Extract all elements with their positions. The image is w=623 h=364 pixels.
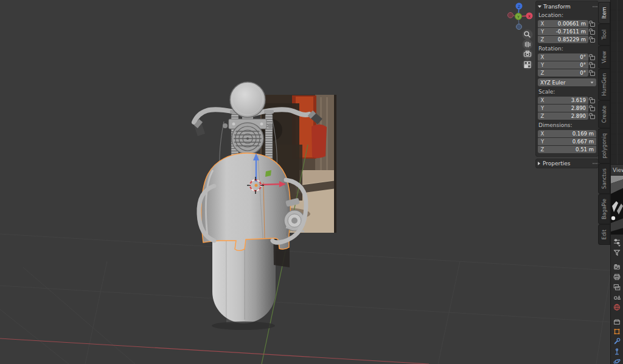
zoom-button[interactable]	[523, 30, 533, 40]
right-editor-column: View	[610, 0, 623, 364]
location-x-row: X 0.00661 m	[538, 20, 596, 27]
scale-y-field[interactable]: Y 2.890	[538, 105, 588, 112]
chevron-down-icon	[591, 81, 594, 83]
scene-properties-tab[interactable]	[613, 293, 621, 301]
constraint-properties-tab[interactable]	[613, 348, 621, 355]
tab-polygoniq[interactable]: polygoniq	[599, 129, 610, 163]
scale-y-row: Y 2.890	[538, 105, 596, 112]
rotation-mode-dropdown[interactable]: XYZ Euler	[538, 78, 596, 86]
dimensions-label: Dimensions:	[538, 122, 596, 128]
front-fender-selected[interactable]	[201, 153, 291, 250]
collapse-icon	[538, 5, 541, 8]
tab-sanctus[interactable]: Sanctus	[599, 164, 610, 193]
tab-item[interactable]: Item	[599, 2, 610, 23]
viewport-canvas[interactable]: Y Z X	[0, 0, 610, 364]
dimensions-fields: X 0.169 m Y 0.667 m Z 0.51 m	[538, 129, 596, 153]
transform-panel-header[interactable]: Transform	[538, 3, 596, 10]
scale-z-field[interactable]: Z 2.890	[538, 112, 588, 120]
location-label: Location:	[538, 12, 596, 18]
location-y-field[interactable]: Y -0.71611 m	[538, 28, 588, 35]
scale-x-field[interactable]: X 3.619	[538, 97, 588, 104]
location-z-field[interactable]: Z 0.85229 m	[538, 36, 588, 43]
filter-icon[interactable]	[613, 249, 621, 256]
nav-minus-x-ball[interactable]	[508, 13, 513, 18]
right-editor-empty-region	[611, 0, 623, 164]
right-grip-ring	[310, 113, 313, 116]
location-z-lock[interactable]	[588, 37, 596, 43]
location-x-lock[interactable]	[588, 21, 596, 27]
rotation-z-lock[interactable]	[588, 70, 596, 76]
dimensions-z-field[interactable]: Z 0.51 m	[538, 146, 596, 153]
unlock-icon	[590, 64, 595, 68]
editor-type-dropdown[interactable]	[613, 238, 621, 246]
location-y-lock[interactable]	[588, 29, 596, 35]
object-properties-tab[interactable]	[613, 328, 621, 335]
image-editor-photo	[611, 176, 623, 235]
indicator	[268, 123, 273, 128]
nav-z-label: Z	[518, 4, 520, 9]
unlock-icon	[590, 22, 595, 27]
sidebar-tab-strip: Item Tool View HumGen Create polygoniq S…	[599, 2, 610, 244]
location-z-row: Z 0.85229 m	[538, 36, 596, 43]
scale-z-lock[interactable]	[588, 114, 596, 119]
unlock-icon	[590, 115, 595, 119]
scale-label: Scale:	[538, 89, 596, 95]
dimensions-z-row: Z 0.51 m	[538, 146, 596, 153]
spring-cap	[264, 110, 274, 114]
dimensions-y-row: Y 0.667 m	[538, 138, 596, 145]
tab-bagapie[interactable]: BagaPie	[599, 194, 610, 224]
world-properties-tab[interactable]	[613, 303, 621, 311]
pan-button[interactable]	[523, 39, 533, 50]
modifier-properties-tab[interactable]	[613, 337, 621, 345]
scale-fields: X 3.619 Y 2.890 Z 2.890	[538, 96, 596, 120]
indicator	[223, 123, 228, 128]
output-properties-tab[interactable]	[613, 273, 621, 281]
rotation-x-row: X 0°	[538, 53, 596, 61]
panel-title: Transform	[543, 4, 591, 10]
collection-properties-tab[interactable]	[613, 318, 621, 326]
rotation-y-field[interactable]: Y 0°	[538, 61, 588, 69]
unlock-icon	[590, 99, 595, 103]
view-layer-properties-tab[interactable]	[613, 283, 621, 291]
view-menu[interactable]: View	[613, 167, 623, 173]
rotation-y-lock[interactable]	[588, 63, 596, 68]
tab-humgen[interactable]: HumGen	[599, 69, 610, 100]
nav-x-label: X	[528, 14, 531, 18]
location-y-row: Y -0.71611 m	[538, 28, 596, 35]
gizmo-x-arrow[interactable]	[260, 184, 279, 185]
scale-x-lock[interactable]	[588, 98, 596, 103]
sidebar-n-panel: Transform Location: X 0.00661 m Y -0.716…	[536, 1, 598, 168]
scale-y-lock[interactable]	[588, 106, 596, 111]
rotation-z-field[interactable]: Z 0°	[538, 69, 588, 77]
panel-drag-handle[interactable]	[593, 163, 594, 164]
scale-x-row: X 3.619	[538, 97, 596, 104]
rotation-x-field[interactable]: X 0°	[538, 53, 588, 61]
nav-y-label: Y	[517, 15, 520, 19]
chevron-down-icon	[618, 245, 621, 247]
render-properties-tab[interactable]	[613, 263, 621, 271]
image-editor-header: View	[611, 164, 623, 176]
tab-tool[interactable]: Tool	[599, 24, 610, 45]
rotation-z-row: Z 0°	[538, 69, 596, 77]
blender-window: Y Z X	[0, 0, 623, 364]
properties-panel-collapsed[interactable]: Properties	[536, 159, 598, 168]
rotation-x-lock[interactable]	[588, 55, 596, 60]
rotation-label: Rotation:	[538, 46, 596, 52]
scale-z-row: Z 2.890	[538, 112, 596, 120]
tab-create[interactable]: Create	[599, 101, 610, 128]
physics-properties-tab[interactable]	[613, 357, 621, 364]
dimensions-x-field[interactable]: X 0.169 m	[538, 130, 596, 137]
unlock-icon	[590, 72, 595, 76]
camera-view-button[interactable]	[523, 49, 533, 60]
tab-edit[interactable]: Edit	[599, 225, 610, 244]
transform-panel: Transform Location: X 0.00661 m Y -0.716…	[536, 1, 598, 156]
location-x-field[interactable]: X 0.00661 m	[538, 20, 588, 27]
dimensions-y-field[interactable]: Y 0.667 m	[538, 138, 596, 145]
object-origin	[255, 184, 258, 187]
nav-minus-z-ball[interactable]	[517, 24, 522, 30]
dimensions-x-row: X 0.169 m	[538, 130, 596, 137]
properties-tab-strip	[611, 235, 623, 364]
tab-view[interactable]: View	[599, 46, 610, 68]
projection-toggle-button[interactable]	[523, 60, 533, 70]
panel-drag-handle[interactable]	[593, 6, 594, 7]
